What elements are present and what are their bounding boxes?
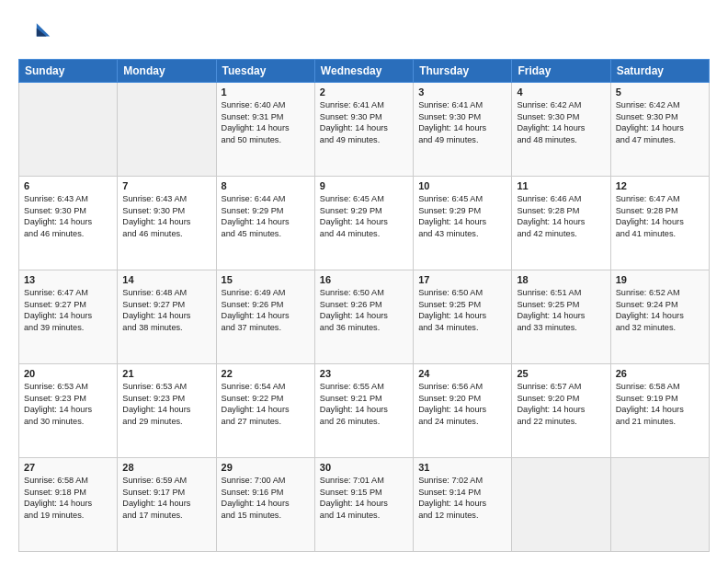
day-info: Sunrise: 6:50 AM Sunset: 9:26 PM Dayligh…	[320, 287, 408, 334]
day-info: Sunrise: 6:40 AM Sunset: 9:31 PM Dayligh…	[222, 99, 310, 146]
header-cell-sunday: Sunday	[19, 60, 118, 83]
week-row-2: 13Sunrise: 6:47 AM Sunset: 9:27 PM Dayli…	[19, 270, 710, 364]
day-number: 25	[517, 368, 605, 379]
day-info: Sunrise: 6:47 AM Sunset: 9:28 PM Dayligh…	[616, 193, 704, 240]
calendar-cell: 2Sunrise: 6:41 AM Sunset: 9:30 PM Daylig…	[314, 83, 413, 177]
day-info: Sunrise: 6:58 AM Sunset: 9:18 PM Dayligh…	[24, 475, 112, 522]
calendar-cell: 15Sunrise: 6:49 AM Sunset: 9:26 PM Dayli…	[216, 270, 314, 364]
day-number: 8	[222, 180, 310, 191]
calendar-cell: 23Sunrise: 6:55 AM Sunset: 9:21 PM Dayli…	[314, 364, 413, 458]
calendar-cell: 28Sunrise: 6:59 AM Sunset: 9:17 PM Dayli…	[118, 458, 216, 552]
day-number: 4	[517, 86, 605, 98]
day-info: Sunrise: 6:42 AM Sunset: 9:30 PM Dayligh…	[616, 99, 704, 146]
day-number: 5	[616, 86, 704, 98]
day-number: 13	[24, 274, 112, 285]
day-number: 15	[222, 274, 310, 285]
day-number: 31	[418, 462, 506, 473]
calendar-cell: 20Sunrise: 6:53 AM Sunset: 9:23 PM Dayli…	[19, 364, 118, 458]
calendar-cell: 25Sunrise: 6:57 AM Sunset: 9:20 PM Dayli…	[512, 364, 610, 458]
day-info: Sunrise: 6:47 AM Sunset: 9:27 PM Dayligh…	[24, 287, 112, 334]
day-info: Sunrise: 6:45 AM Sunset: 9:29 PM Dayligh…	[418, 193, 506, 240]
header-cell-friday: Friday	[512, 60, 610, 83]
day-info: Sunrise: 6:41 AM Sunset: 9:30 PM Dayligh…	[418, 99, 506, 146]
calendar-cell: 1Sunrise: 6:40 AM Sunset: 9:31 PM Daylig…	[216, 83, 314, 177]
day-info: Sunrise: 6:54 AM Sunset: 9:22 PM Dayligh…	[222, 381, 310, 428]
header	[18, 17, 710, 50]
day-info: Sunrise: 7:00 AM Sunset: 9:16 PM Dayligh…	[222, 475, 310, 522]
calendar-cell: 17Sunrise: 6:50 AM Sunset: 9:25 PM Dayli…	[414, 270, 512, 364]
day-number: 17	[418, 274, 506, 285]
calendar-cell: 19Sunrise: 6:52 AM Sunset: 9:24 PM Dayli…	[610, 270, 709, 364]
calendar-header: SundayMondayTuesdayWednesdayThursdayFrid…	[19, 60, 710, 83]
day-number: 20	[24, 368, 112, 379]
calendar-cell: 13Sunrise: 6:47 AM Sunset: 9:27 PM Dayli…	[19, 270, 118, 364]
logo	[18, 17, 55, 50]
header-cell-monday: Monday	[118, 60, 216, 83]
day-info: Sunrise: 6:52 AM Sunset: 9:24 PM Dayligh…	[616, 287, 704, 334]
day-number: 28	[122, 462, 210, 473]
day-info: Sunrise: 6:57 AM Sunset: 9:20 PM Dayligh…	[517, 381, 605, 428]
day-number: 30	[320, 462, 408, 473]
calendar-cell: 31Sunrise: 7:02 AM Sunset: 9:14 PM Dayli…	[414, 458, 512, 552]
day-info: Sunrise: 6:45 AM Sunset: 9:29 PM Dayligh…	[320, 193, 408, 240]
day-number: 22	[222, 368, 310, 379]
calendar-cell	[118, 83, 216, 177]
week-row-0: 1Sunrise: 6:40 AM Sunset: 9:31 PM Daylig…	[19, 83, 710, 177]
header-row: SundayMondayTuesdayWednesdayThursdayFrid…	[19, 60, 710, 83]
calendar-cell: 7Sunrise: 6:43 AM Sunset: 9:30 PM Daylig…	[118, 177, 216, 270]
day-number: 26	[616, 368, 704, 379]
logo-icon	[18, 17, 51, 50]
calendar-cell: 27Sunrise: 6:58 AM Sunset: 9:18 PM Dayli…	[19, 458, 118, 552]
calendar-cell: 16Sunrise: 6:50 AM Sunset: 9:26 PM Dayli…	[314, 270, 413, 364]
day-info: Sunrise: 6:51 AM Sunset: 9:25 PM Dayligh…	[517, 287, 605, 334]
day-info: Sunrise: 6:49 AM Sunset: 9:26 PM Dayligh…	[222, 287, 310, 334]
calendar-cell: 5Sunrise: 6:42 AM Sunset: 9:30 PM Daylig…	[610, 83, 709, 177]
calendar-cell: 9Sunrise: 6:45 AM Sunset: 9:29 PM Daylig…	[314, 177, 413, 270]
day-info: Sunrise: 6:58 AM Sunset: 9:19 PM Dayligh…	[616, 381, 704, 428]
day-info: Sunrise: 6:53 AM Sunset: 9:23 PM Dayligh…	[24, 381, 112, 428]
calendar-cell: 22Sunrise: 6:54 AM Sunset: 9:22 PM Dayli…	[216, 364, 314, 458]
day-info: Sunrise: 6:56 AM Sunset: 9:20 PM Dayligh…	[418, 381, 506, 428]
calendar-cell: 29Sunrise: 7:00 AM Sunset: 9:16 PM Dayli…	[216, 458, 314, 552]
calendar-cell	[19, 83, 118, 177]
day-number: 10	[418, 180, 506, 191]
calendar-table: SundayMondayTuesdayWednesdayThursdayFrid…	[18, 59, 710, 552]
day-number: 1	[222, 86, 310, 98]
day-info: Sunrise: 6:59 AM Sunset: 9:17 PM Dayligh…	[122, 475, 210, 522]
header-cell-wednesday: Wednesday	[314, 60, 413, 83]
week-row-3: 20Sunrise: 6:53 AM Sunset: 9:23 PM Dayli…	[19, 364, 710, 458]
calendar-cell: 21Sunrise: 6:53 AM Sunset: 9:23 PM Dayli…	[118, 364, 216, 458]
day-info: Sunrise: 6:43 AM Sunset: 9:30 PM Dayligh…	[122, 193, 210, 240]
day-number: 3	[418, 86, 506, 98]
day-number: 9	[320, 180, 408, 191]
calendar-cell: 18Sunrise: 6:51 AM Sunset: 9:25 PM Dayli…	[512, 270, 610, 364]
day-info: Sunrise: 7:02 AM Sunset: 9:14 PM Dayligh…	[418, 475, 506, 522]
day-number: 7	[122, 180, 210, 191]
calendar-body: 1Sunrise: 6:40 AM Sunset: 9:31 PM Daylig…	[19, 83, 710, 552]
header-cell-tuesday: Tuesday	[216, 60, 314, 83]
day-number: 18	[517, 274, 605, 285]
calendar-cell: 26Sunrise: 6:58 AM Sunset: 9:19 PM Dayli…	[610, 364, 709, 458]
day-number: 21	[122, 368, 210, 379]
day-number: 11	[517, 180, 605, 191]
calendar-cell: 24Sunrise: 6:56 AM Sunset: 9:20 PM Dayli…	[414, 364, 512, 458]
page: SundayMondayTuesdayWednesdayThursdayFrid…	[0, 0, 728, 563]
header-cell-thursday: Thursday	[414, 60, 512, 83]
day-number: 6	[24, 180, 112, 191]
day-number: 27	[24, 462, 112, 473]
day-info: Sunrise: 6:44 AM Sunset: 9:29 PM Dayligh…	[222, 193, 310, 240]
calendar-cell: 12Sunrise: 6:47 AM Sunset: 9:28 PM Dayli…	[610, 177, 709, 270]
calendar-cell: 8Sunrise: 6:44 AM Sunset: 9:29 PM Daylig…	[216, 177, 314, 270]
day-info: Sunrise: 6:53 AM Sunset: 9:23 PM Dayligh…	[122, 381, 210, 428]
day-number: 23	[320, 368, 408, 379]
week-row-1: 6Sunrise: 6:43 AM Sunset: 9:30 PM Daylig…	[19, 177, 710, 270]
calendar-cell: 3Sunrise: 6:41 AM Sunset: 9:30 PM Daylig…	[414, 83, 512, 177]
day-number: 14	[122, 274, 210, 285]
day-info: Sunrise: 6:50 AM Sunset: 9:25 PM Dayligh…	[418, 287, 506, 334]
calendar-cell: 11Sunrise: 6:46 AM Sunset: 9:28 PM Dayli…	[512, 177, 610, 270]
header-cell-saturday: Saturday	[610, 60, 709, 83]
day-info: Sunrise: 6:42 AM Sunset: 9:30 PM Dayligh…	[517, 99, 605, 146]
day-number: 29	[222, 462, 310, 473]
calendar-cell: 4Sunrise: 6:42 AM Sunset: 9:30 PM Daylig…	[512, 83, 610, 177]
day-info: Sunrise: 6:55 AM Sunset: 9:21 PM Dayligh…	[320, 381, 408, 428]
